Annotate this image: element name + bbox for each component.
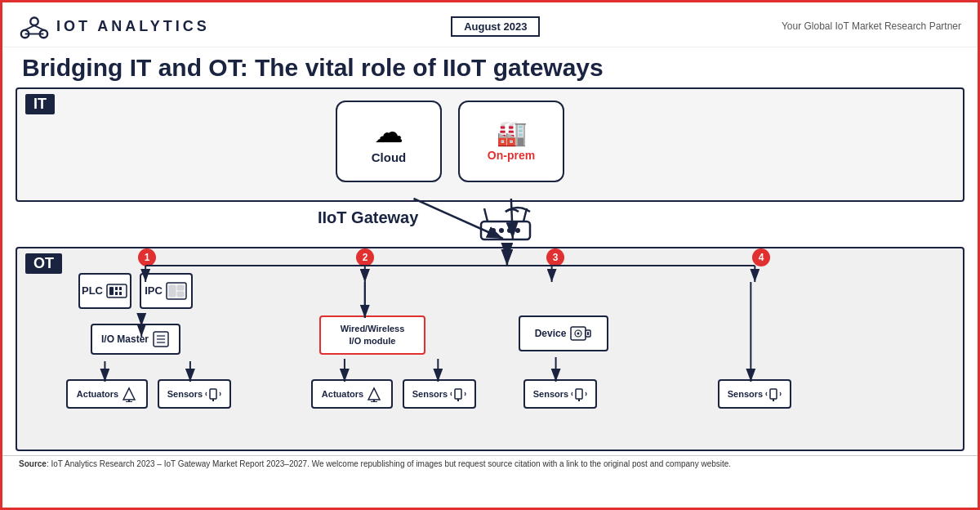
svg-rect-30	[210, 389, 216, 399]
svg-point-11	[507, 228, 512, 233]
svg-rect-17	[119, 287, 122, 290]
svg-marker-32	[368, 388, 380, 400]
svg-rect-22	[177, 292, 184, 297]
svg-rect-18	[119, 292, 122, 295]
cloud-box: ☁ Cloud	[336, 101, 442, 182]
sensor-2-icon	[450, 386, 466, 402]
io-master-icon	[152, 330, 170, 348]
router-icon	[473, 197, 538, 253]
svg-point-12	[515, 228, 520, 233]
actuators-1-box: Actuators	[66, 379, 148, 409]
cloud-icon: ☁	[374, 118, 403, 147]
scenario-badge-2: 2	[356, 248, 374, 266]
gateway-device	[473, 197, 538, 253]
svg-rect-39	[587, 332, 589, 335]
scenario-badge-3: 3	[546, 248, 564, 266]
svg-point-9	[491, 228, 496, 233]
ipc-box: IPC	[140, 273, 193, 309]
scenario-badge-1: 1	[138, 248, 156, 266]
svg-line-3	[25, 25, 34, 30]
svg-point-0	[30, 18, 38, 26]
gateway-label: IIoT Gateway	[318, 208, 418, 227]
sensors-2-box: Sensors	[403, 379, 476, 409]
sensor-1-icon	[205, 386, 221, 402]
scenario-badge-4: 4	[752, 248, 770, 266]
footer: Source: IoT Analytics Research 2023 – Io…	[2, 455, 978, 472]
onprem-box: 🏭 On-prem	[458, 101, 564, 182]
actuators-2-box: Actuators	[311, 379, 393, 409]
sensors-1-box: Sensors	[158, 379, 231, 409]
plc-box: PLC	[78, 273, 131, 309]
svg-point-10	[499, 228, 504, 233]
svg-rect-44	[770, 389, 777, 399]
sensor-4-icon	[765, 386, 782, 402]
svg-rect-16	[115, 292, 118, 295]
diagram-container: IT ☁ Cloud 🏭 On-prem IIoT Gateway	[16, 87, 964, 454]
device-icon	[569, 322, 592, 345]
source-label: Source	[19, 459, 47, 468]
it-section: IT ☁ Cloud 🏭 On-prem	[16, 87, 964, 202]
device-box: Device	[519, 315, 608, 351]
svg-line-7	[484, 208, 488, 221]
svg-rect-21	[177, 285, 184, 290]
wired-wireless-box: Wired/Wireless I/O module	[319, 315, 425, 355]
ipc-icon	[165, 280, 188, 302]
svg-rect-14	[109, 287, 114, 295]
date-badge: August 2023	[451, 16, 540, 37]
it-label: IT	[25, 94, 55, 114]
svg-rect-6	[481, 221, 530, 239]
logo-area: IOT ANALYTICS	[19, 11, 210, 42]
io-master-box: I/O Master	[91, 324, 180, 355]
factory-icon: 🏭	[497, 121, 527, 145]
source-text: : IoT Analytics Research 2023 – IoT Gate…	[47, 459, 731, 468]
svg-rect-15	[115, 287, 118, 290]
sensors-4-box: Sensors	[718, 379, 791, 409]
tagline: Your Global IoT Market Research Partner	[782, 20, 961, 32]
ot-section: OT 1 2 3 4 PLC	[16, 247, 964, 451]
actuator-icon	[121, 386, 137, 402]
svg-point-41	[577, 332, 580, 334]
svg-rect-42	[576, 389, 582, 399]
svg-line-4	[34, 25, 43, 30]
actuator-2-icon	[366, 386, 382, 402]
svg-marker-27	[123, 388, 135, 400]
header: IOT ANALYTICS August 2023 Your Global Io…	[2, 2, 978, 47]
cloud-label: Cloud	[372, 150, 407, 164]
logo-text: IOT ANALYTICS	[56, 18, 210, 35]
svg-rect-20	[169, 285, 176, 297]
main-title: Bridging IT and OT: The vital role of II…	[2, 47, 978, 87]
svg-line-8	[523, 208, 527, 221]
logo-icon	[19, 11, 50, 42]
plc-icon	[105, 280, 128, 302]
sensor-3-icon	[571, 386, 587, 402]
ot-label: OT	[25, 253, 62, 274]
onprem-label: On-prem	[488, 149, 535, 162]
sensors-3-box: Sensors	[523, 379, 597, 409]
svg-rect-35	[455, 389, 461, 399]
